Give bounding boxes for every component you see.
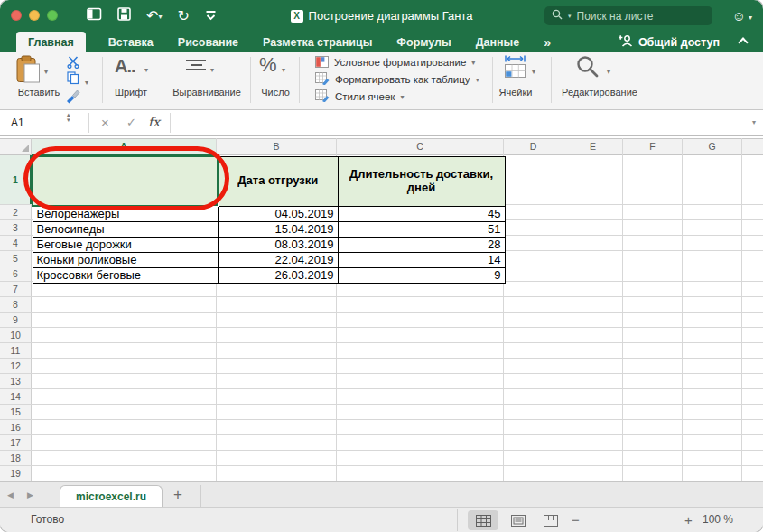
cell-C2[interactable]: 45 xyxy=(338,206,505,221)
cells-caret-icon[interactable] xyxy=(532,63,535,79)
row-header-17[interactable]: 17 xyxy=(0,435,31,451)
sheet-tab-active[interactable]: microexcel.ru xyxy=(60,485,163,508)
column-header-A[interactable]: A xyxy=(32,139,216,154)
cell-B1-header[interactable]: Дата отгрузки xyxy=(218,156,338,206)
cells-group-icon[interactable] xyxy=(503,54,527,89)
paste-icon[interactable] xyxy=(16,55,41,87)
normal-view-button[interactable] xyxy=(468,510,498,530)
cell-A6[interactable]: Кроссовки беговые xyxy=(33,267,218,283)
zoom-out-button[interactable]: − xyxy=(572,512,580,527)
cell-B3[interactable]: 15.04.2019 xyxy=(218,221,338,237)
paste-label[interactable]: Вставить xyxy=(7,87,70,98)
prev-sheet-icon[interactable]: ◀ xyxy=(7,482,14,508)
page-break-view-button[interactable] xyxy=(535,510,566,530)
font-caret-icon[interactable] xyxy=(144,61,148,78)
row-header-12[interactable]: 12 xyxy=(0,359,31,374)
zoom-level[interactable]: 100 % xyxy=(703,513,733,526)
number-group-label[interactable]: Число xyxy=(255,87,296,98)
customize-toolbar-icon[interactable] xyxy=(205,8,217,24)
row-header-14[interactable]: 14 xyxy=(0,389,31,405)
row-header-13[interactable]: 13 xyxy=(0,374,31,389)
row-header-19[interactable]: 19 xyxy=(0,466,31,481)
cell-C5[interactable]: 14 xyxy=(338,252,505,267)
insert-function-icon[interactable]: fx xyxy=(148,115,160,129)
cell-A2[interactable]: Велоренажеры xyxy=(33,206,218,221)
row-header-16[interactable]: 16 xyxy=(0,420,31,435)
cell-styles-button[interactable]: Стили ячеек xyxy=(315,89,404,105)
cell-B6[interactable]: 26.03.2019 xyxy=(218,267,338,283)
cancel-icon[interactable]: × xyxy=(101,115,109,130)
name-box-stepper[interactable]: ▴▾ xyxy=(67,112,70,123)
tab-page-layout[interactable]: Разметка страницы xyxy=(261,32,374,52)
cell-A1-selected[interactable] xyxy=(33,156,218,206)
editing-caret-icon[interactable] xyxy=(607,63,610,79)
editing-group-icon[interactable] xyxy=(575,54,600,83)
column-header-C[interactable]: C xyxy=(337,139,503,154)
cell-A3[interactable]: Велосипеды xyxy=(33,221,218,237)
tab-draw[interactable]: Рисование xyxy=(176,32,240,52)
row-header-15[interactable]: 15 xyxy=(0,405,31,420)
cell-C1-header[interactable]: Длительность доставки, дней xyxy=(338,156,505,206)
row-header-1[interactable]: 1 xyxy=(0,155,31,205)
tab-data[interactable]: Данные xyxy=(474,32,522,52)
cell-A4[interactable]: Беговые дорожки xyxy=(33,237,218,252)
tab-insert[interactable]: Вставка xyxy=(107,32,155,52)
row-header-9[interactable]: 9 xyxy=(0,313,31,328)
alignment-group-label[interactable]: Выравнивание xyxy=(164,87,249,98)
conditional-formatting-button[interactable]: Условное форматирование xyxy=(315,54,475,70)
font-group-label[interactable]: Шрифт xyxy=(108,87,154,98)
tab-home[interactable]: Главная xyxy=(16,32,86,52)
expand-formula-bar-icon[interactable]: ▾ xyxy=(752,118,756,126)
cell-C4[interactable]: 28 xyxy=(338,237,505,252)
editing-group-label[interactable]: Редактирование xyxy=(556,87,643,98)
maximize-window-button[interactable] xyxy=(47,10,58,21)
column-header-F[interactable]: F xyxy=(623,139,682,154)
cell-B2[interactable]: 04.05.2019 xyxy=(218,206,338,221)
share-button[interactable]: Общий доступ xyxy=(618,32,720,52)
number-caret-icon[interactable] xyxy=(282,61,285,78)
undo-caret-icon[interactable] xyxy=(158,8,162,23)
feedback-smiley-button[interactable]: ☺ xyxy=(732,0,752,32)
workbook-gallery-icon[interactable] xyxy=(87,7,102,24)
column-header-B[interactable]: B xyxy=(217,139,336,154)
alignment-caret-icon[interactable] xyxy=(210,61,214,78)
search-scope-caret-icon[interactable]: ▾ xyxy=(568,13,572,20)
column-header-D[interactable]: D xyxy=(504,139,563,154)
save-icon[interactable] xyxy=(117,7,131,24)
alignment-group-icon[interactable] xyxy=(186,60,206,70)
cell-B5[interactable]: 22.04.2019 xyxy=(218,252,338,267)
select-all-corner[interactable] xyxy=(0,138,32,155)
paste-caret-icon[interactable] xyxy=(44,63,48,79)
enter-icon[interactable]: ✓ xyxy=(126,116,136,129)
row-header-7[interactable]: 7 xyxy=(0,282,31,297)
search-input[interactable]: ▾ Поиск на листе xyxy=(544,6,712,25)
tab-overflow-button[interactable]: » xyxy=(542,32,553,52)
cell-C6[interactable]: 9 xyxy=(338,267,505,283)
collapse-ribbon-icon[interactable] xyxy=(738,37,748,47)
minimize-window-button[interactable] xyxy=(29,10,40,21)
zoom-in-button[interactable]: + xyxy=(684,512,693,527)
row-header-4[interactable]: 4 xyxy=(0,236,31,251)
column-header-G[interactable]: G xyxy=(683,139,741,154)
cell-A5[interactable]: Коньки роликовые xyxy=(33,252,218,267)
row-header-10[interactable]: 10 xyxy=(0,328,31,343)
row-header-8[interactable]: 8 xyxy=(0,297,31,313)
name-box[interactable]: A1 xyxy=(11,117,24,129)
next-sheet-icon[interactable]: ▶ xyxy=(27,482,33,508)
column-header-E[interactable]: E xyxy=(563,139,622,154)
copy-caret-icon[interactable] xyxy=(85,74,88,90)
number-group-icon[interactable]: % xyxy=(259,53,277,77)
undo-button[interactable]: ↶ xyxy=(146,8,162,24)
row-header-11[interactable]: 11 xyxy=(0,343,31,359)
row-header-2[interactable]: 2 xyxy=(0,205,31,220)
cut-icon[interactable] xyxy=(67,56,79,72)
format-painter-icon[interactable] xyxy=(65,89,80,107)
font-group-icon[interactable]: A.. xyxy=(115,56,135,77)
copy-icon[interactable] xyxy=(67,71,79,89)
add-sheet-button[interactable]: + xyxy=(173,482,182,508)
redo-button[interactable]: ↻ xyxy=(177,9,189,23)
cells-group-label[interactable]: Ячейки xyxy=(495,87,536,98)
row-header-3[interactable]: 3 xyxy=(0,220,31,236)
tab-formulas[interactable]: Формулы xyxy=(395,32,452,52)
fill-handle[interactable] xyxy=(212,201,219,207)
